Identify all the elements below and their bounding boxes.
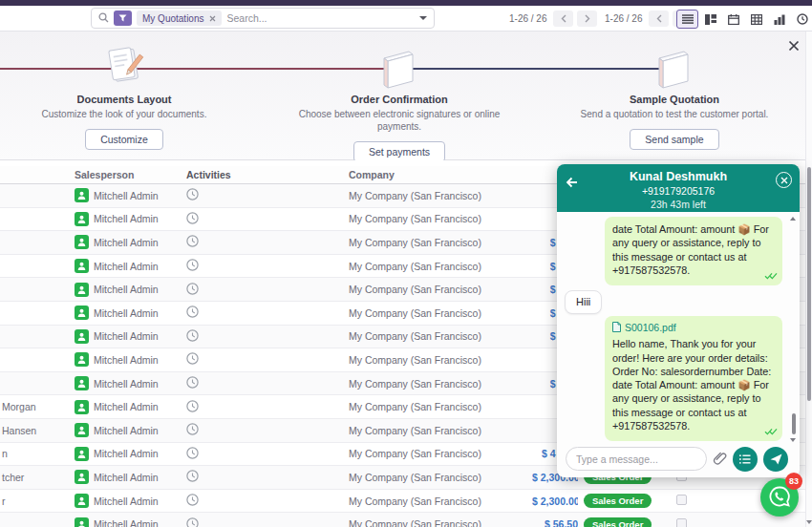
filter-icon[interactable] [114,11,132,26]
salesperson-cell: Mitchell Admin [75,329,182,344]
chat-messages[interactable]: date Total Amount: amount 📦 For any quer… [557,212,800,444]
header-salesperson[interactable]: Salesperson [75,169,182,180]
salesperson-avatar [75,235,89,249]
activities-cell[interactable] [182,352,349,367]
kanban-view-icon[interactable] [699,10,721,29]
header-company[interactable]: Company [349,169,532,180]
salesperson-name: Mitchell Admin [94,425,159,436]
activities-cell[interactable] [182,306,349,320]
activities-cell[interactable] [182,447,349,461]
activities-cell[interactable] [182,400,349,414]
table-row[interactable]: Mitchell Admin My Company (San Francisco… [0,513,812,527]
salesperson-cell: Mitchell Admin [75,447,182,461]
send-button[interactable] [763,447,788,472]
chat-message-outgoing: date Total Amount: amount 📦 For any quer… [605,217,782,285]
chat-message-input[interactable] [566,447,707,471]
activity-clock-icon[interactable] [186,376,199,390]
onboarding-step-order-confirmation: Order Confirmation Choose between electr… [289,41,509,162]
activities-cell[interactable] [182,212,349,226]
table-row[interactable]: r Mitchell Admin My Company (San Francis… [0,490,812,514]
activity-clock-icon[interactable] [186,188,199,202]
chat-scroll-down-icon[interactable] [790,438,796,442]
salesperson-name: Mitchell Admin [94,448,159,459]
attachment-link[interactable]: S00106.pdf [612,322,775,336]
step-title: Order Confirmation [289,94,509,105]
activities-cell[interactable] [182,494,349,508]
view-switcher [676,10,812,29]
calendar-view-icon[interactable] [722,10,744,29]
search-facet[interactable]: My Quotations [137,11,222,26]
pivot-view-icon[interactable] [745,10,767,29]
salesperson-name: Mitchell Admin [94,330,159,342]
activity-clock-icon[interactable] [186,400,199,414]
customer-cell: Hansen [0,425,75,436]
whatsapp-chat-widget: Kunal Deshmukh +919179205176 23h 43m lef… [557,164,800,477]
chat-scrollbar-thumb[interactable] [792,413,796,434]
salesperson-avatar [75,400,89,414]
activity-clock-icon[interactable] [186,306,199,320]
list-view-icon[interactable] [676,10,698,29]
search-input[interactable] [226,12,415,24]
activity-clock-icon[interactable] [186,283,199,297]
set-payments-button[interactable]: Set payments [353,141,445,162]
company-cell: My Company (San Francisco) [349,237,532,248]
activity-clock-icon[interactable] [186,494,199,508]
whatsapp-fab-button[interactable]: 83 [760,478,799,516]
search-icon [98,12,109,25]
pager-prev-button[interactable] [649,11,669,27]
send-sample-button[interactable]: Send sample [630,129,718,150]
pager-next-button[interactable] [577,11,597,27]
activity-clock-icon[interactable] [186,235,199,249]
activity-clock-icon[interactable] [186,423,199,437]
activities-cell[interactable] [182,376,349,390]
salesperson-name: Mitchell Admin [94,190,159,201]
salesperson-avatar [75,517,89,527]
salesperson-cell: Mitchell Admin [75,283,182,297]
attach-paperclip-icon[interactable] [713,451,727,468]
activity-clock-icon[interactable] [186,470,199,484]
salesperson-cell: Mitchell Admin [75,517,182,527]
salesperson-avatar [75,470,89,484]
row-checkbox[interactable] [676,518,687,527]
activity-clock-icon[interactable] [186,447,199,461]
check-cell [673,495,693,507]
activities-cell[interactable] [182,259,349,273]
company-cell: My Company (San Francisco) [349,378,532,390]
activity-clock-icon[interactable] [186,259,199,273]
customize-button[interactable]: Customize [85,129,163,150]
company-cell: My Company (San Francisco) [349,190,532,201]
salesperson-name: Mitchell Admin [94,495,159,507]
pager-prev-button[interactable] [553,11,573,27]
search-bar[interactable]: My Quotations [91,8,435,29]
salesperson-cell: Mitchell Admin [75,188,182,202]
salesperson-avatar [75,212,89,226]
search-dropdown-icon[interactable] [419,16,427,20]
salesperson-cell: Mitchell Admin [75,400,182,414]
activities-cell[interactable] [182,470,349,484]
activities-cell[interactable] [182,329,349,344]
activity-view-icon[interactable] [791,10,812,29]
page-scrollbar-thumb[interactable] [807,167,811,401]
activity-clock-icon[interactable] [186,517,199,527]
template-list-button[interactable] [733,447,758,472]
activities-cell[interactable] [182,423,349,437]
graph-view-icon[interactable] [768,10,790,29]
chat-scroll-up-icon[interactable] [790,217,796,221]
back-arrow-icon[interactable] [566,177,578,190]
chat-close-icon[interactable] [776,172,792,188]
activities-cell[interactable] [182,235,349,249]
salesperson-avatar [75,329,89,344]
activities-cell[interactable] [182,517,349,527]
row-checkbox[interactable] [676,495,687,505]
onboarding-close-icon[interactable] [788,40,801,53]
facet-remove-icon[interactable] [209,12,216,24]
page-scrollbar[interactable] [805,32,812,527]
scroll-down-icon[interactable] [806,520,812,524]
activities-cell[interactable] [182,283,349,297]
activity-clock-icon[interactable] [186,212,199,226]
activities-cell[interactable] [182,188,349,202]
header-activities[interactable]: Activities [182,169,349,180]
activity-clock-icon[interactable] [186,329,199,344]
activity-clock-icon[interactable] [186,352,199,367]
attachment-name[interactable]: S00106.pdf [625,322,676,335]
